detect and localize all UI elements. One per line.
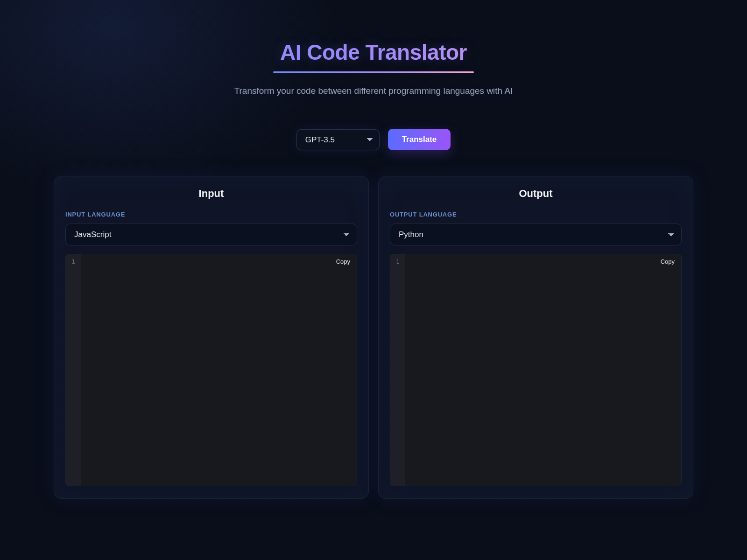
header: AI Code Translator Transform your code b… <box>54 40 693 96</box>
page-title: AI Code Translator <box>54 40 693 65</box>
output-editor-gutter: 1 <box>390 254 405 486</box>
model-select[interactable]: GPT-3.5 <box>296 129 380 150</box>
output-editor: 1 Copy <box>390 254 682 486</box>
controls-row: GPT-3.5 Translate <box>54 129 693 150</box>
translate-button[interactable]: Translate <box>388 129 451 150</box>
input-panel: Input INPUT LANGUAGE JavaScript 1 Copy <box>54 176 369 499</box>
title-underline <box>273 71 474 73</box>
output-panel: Output OUTPUT LANGUAGE Python 1 Copy <box>378 176 693 499</box>
input-editor-gutter: 1 <box>66 254 81 486</box>
line-number: 1 <box>66 258 81 265</box>
input-code-textarea[interactable] <box>82 257 354 483</box>
output-language-select[interactable]: Python <box>390 224 682 245</box>
input-editor: 1 Copy <box>65 254 357 486</box>
output-language-label: OUTPUT LANGUAGE <box>390 211 682 218</box>
input-language-select[interactable]: JavaScript <box>65 224 357 245</box>
input-language-label: INPUT LANGUAGE <box>65 211 357 218</box>
page-subtitle: Transform your code between different pr… <box>54 86 693 96</box>
line-number: 1 <box>390 258 405 265</box>
output-panel-title: Output <box>390 188 682 200</box>
output-code-textarea[interactable] <box>406 257 678 483</box>
input-panel-title: Input <box>65 188 357 200</box>
